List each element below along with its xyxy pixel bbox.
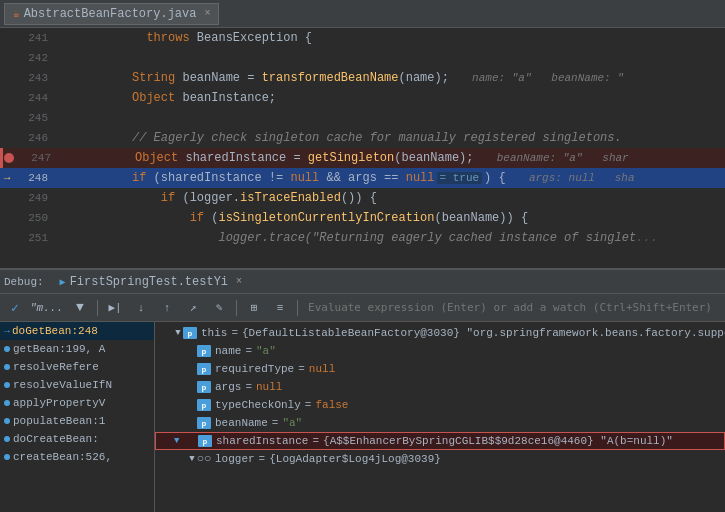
var-row-requiredtype[interactable]: p requiredType = null [155,360,725,378]
frame-dot-4 [4,400,10,406]
var-name-name: name [215,345,241,357]
java-file-icon: ☕ [13,7,20,20]
line-num-243: 243 [14,72,56,84]
var-name-args: args [215,381,241,393]
debug-tab-bar: Debug: ▶ FirstSpringTest.testYi × [0,268,725,294]
var-row-name[interactable]: p name = "a" [155,342,725,360]
var-eq-si: = [312,435,319,447]
var-eq-name: = [245,345,252,357]
var-row-typecheckonly[interactable]: p typeCheckOnly = false [155,396,725,414]
step-into-button[interactable]: ↓ [130,297,152,319]
var-row-logger[interactable]: ▼ ○○ logger = {LogAdapter$Log4jLog@3039} [155,450,725,468]
var-expand-this[interactable]: ▼ [173,328,183,338]
line-num-241: 241 [14,32,56,44]
var-icon-rt: p [197,363,211,375]
line-content-246: // Eagerly check singleton cache for man… [56,131,725,145]
var-expand-rt [187,364,197,374]
var-eq-rt: = [298,363,305,375]
line-num-246: 246 [14,132,56,144]
var-expand-name [187,346,197,356]
step-over-button[interactable]: ▶| [104,297,126,319]
code-line-241: 241 throws BeansException { [0,28,725,48]
var-expand-log[interactable]: ▼ [187,454,197,464]
var-name-rt: requiredType [215,363,294,375]
debug-toolbar: ✓ "m... ▼ ▶| ↓ ↑ ↗ ✎ ⊞ ≡ [0,294,725,322]
frame-dot-1 [4,346,10,352]
evaluate-button[interactable]: ✎ [208,297,230,319]
toolbar-separator-3 [297,300,298,316]
var-icon-bn: p [197,417,211,429]
var-val-this: {DefaultListableBeanFactory@3030} "org.s… [242,327,725,339]
code-line-247: 247 Object sharedInstance = getSingleton… [0,148,725,168]
var-expand-tco [187,400,197,410]
var-eq-log: = [259,453,266,465]
var-val-rt: null [309,363,335,375]
debug-session-tab[interactable]: ▶ FirstSpringTest.testYi × [54,273,248,291]
debug-session-name: FirstSpringTest.testYi [70,275,228,289]
variables-panel: ▼ p this = {DefaultListableBeanFactory@3… [155,322,725,512]
frame-item-7[interactable]: createBean:526, [0,448,154,466]
line-content-244: Object beanInstance; [56,91,725,105]
line-num-250: 250 [14,212,56,224]
thread-filter-button[interactable]: ▼ [69,297,91,319]
var-val-si: {A$$EnhancerBySpringCGLIB$$9d28ce16@4460… [323,435,673,447]
resume-button[interactable]: ✓ [4,297,26,319]
frame-item-5[interactable]: populateBean:1 [0,412,154,430]
code-line-249: 249 if (logger.isTraceEnabled()) { [0,188,725,208]
var-val-args: null [256,381,282,393]
frame-method-1: getBean:199, A [13,343,105,355]
var-name-log: logger [215,453,255,465]
var-name-si: sharedInstance [216,435,308,447]
var-row-beanname[interactable]: p beanName = "a" [155,414,725,432]
frame-dot-3 [4,382,10,388]
debug-session-icon: ▶ [60,276,66,288]
frames-button[interactable]: ⊞ [243,297,265,319]
frame-item-1[interactable]: getBean:199, A [0,340,154,358]
frame-dot-7 [4,454,10,460]
var-icon-si: p [198,435,212,447]
code-line-243: 243 String beanName = transformedBeanNam… [0,68,725,88]
close-debug-icon[interactable]: × [236,276,242,287]
frame-item-6[interactable]: doCreateBean: [0,430,154,448]
line-num-245: 245 [14,112,56,124]
file-tab[interactable]: ☕ AbstractBeanFactory.java × [4,3,219,25]
frame-item-4[interactable]: applyPropertyV [0,394,154,412]
var-eq-bn: = [272,417,279,429]
toolbar-separator-2 [236,300,237,316]
var-icon-args: p [197,381,211,393]
vars-button[interactable]: ≡ [269,297,291,319]
var-row-sharedinstance[interactable]: ▼ p sharedInstance = {A$$EnhancerBySprin… [155,432,725,450]
step-out-button[interactable]: ↑ [156,297,178,319]
var-row-args[interactable]: p args = null [155,378,725,396]
var-eq-tco: = [305,399,312,411]
debug-label: Debug: [4,276,44,288]
frame-method-2: resolveRefere [13,361,99,373]
var-icon-this: p [183,327,197,339]
code-line-248: → 248 if (sharedInstance != null && args… [0,168,725,188]
run-to-cursor-button[interactable]: ↗ [182,297,204,319]
code-line-250: 250 if (isSingletonCurrentlyInCreation(b… [0,208,725,228]
close-tab-icon[interactable]: × [204,8,210,19]
var-row-this[interactable]: ▼ p this = {DefaultListableBeanFactory@3… [155,324,725,342]
line-content-249: if (logger.isTraceEnabled()) { [56,191,725,205]
var-icon-tco: p [197,399,211,411]
line-content-248: if (sharedInstance != null && args == nu… [56,171,725,185]
thread-name: "m... [30,302,63,314]
frame-item-3[interactable]: resolveValueIfN [0,376,154,394]
code-line-244: 244 Object beanInstance; [0,88,725,108]
frame-method-7: createBean:526, [13,451,112,463]
frame-method-3: resolveValueIfN [13,379,112,391]
frame-item-2[interactable]: resolveRefere [0,358,154,376]
evaluate-input[interactable] [304,299,721,316]
line-content-243: String beanName = transformedBeanName(na… [56,71,725,85]
code-editor: 241 throws BeansException { 242 243 Stri… [0,28,725,268]
var-icon-name: p [197,345,211,357]
var-eq-args: = [245,381,252,393]
frame-method-0: doGetBean:248 [12,325,98,337]
var-expand-si[interactable]: ▼ [174,436,188,446]
frame-item-0[interactable]: → doGetBean:248 [0,322,154,340]
var-val-log: {LogAdapter$Log4jLog@3039} [269,453,441,465]
var-val-tco: false [315,399,348,411]
var-icon-log: ○○ [197,453,211,465]
var-expand-args [187,382,197,392]
